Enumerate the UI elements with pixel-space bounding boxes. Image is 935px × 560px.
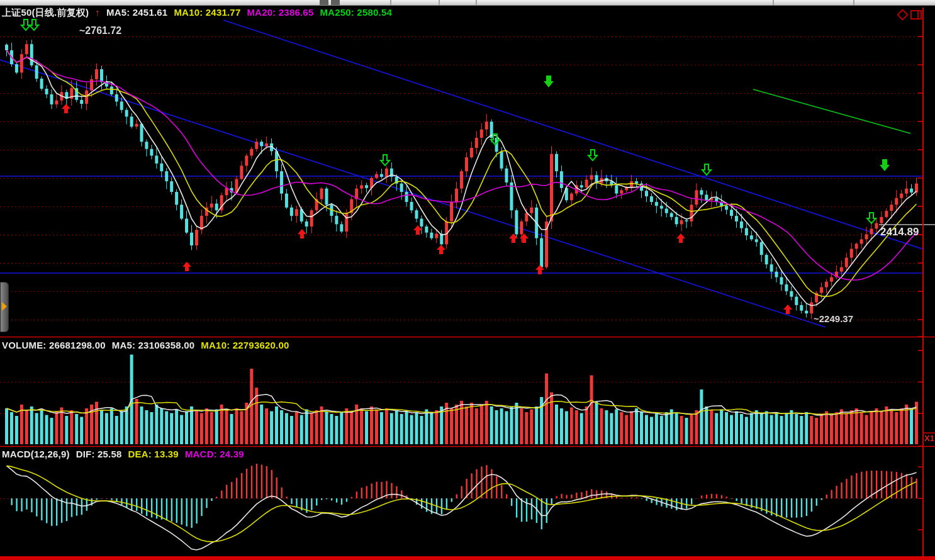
macd-value: MACD: 24.39 — [185, 449, 244, 459]
split-pane-icon[interactable] — [910, 10, 922, 20]
toolbar-segment — [331, 0, 340, 5]
stock-chart-canvas[interactable] — [0, 0, 935, 560]
top-toolbar[interactable] — [0, 0, 935, 6]
ma10-value: MA10: 2431.77 — [174, 7, 240, 19]
volume-ma10-value: MA10: 22793620.00 — [201, 340, 289, 350]
ma20-value: MA20: 2386.65 — [247, 7, 313, 19]
macd-params: MACD(12,26,9) — [2, 449, 70, 459]
split-pane-divider — [917, 11, 919, 18]
volume-header: VOLUME: 26681298.00 MA5: 23106358.00 MA1… — [2, 340, 289, 350]
volume-value: VOLUME: 26681298.00 — [2, 340, 106, 350]
last-price-label: 2414.89 — [880, 226, 919, 238]
up-arrow-icon: ↑ — [95, 7, 100, 19]
expand-arrow-icon — [2, 302, 7, 311]
trading-app-window: 上证50(日线.前复权) ↑ MA5: 2451.61 MA10: 2431.7… — [0, 0, 935, 560]
symbol-title: 上证50(日线.前复权) — [2, 7, 89, 19]
toolbar-separator — [439, 0, 440, 5]
main-chart-header: 上证50(日线.前复权) ↑ MA5: 2451.61 MA10: 2431.7… — [2, 7, 392, 19]
ma250-value: MA250: 2580.54 — [320, 7, 392, 19]
dif-value: DIF: 25.58 — [76, 449, 122, 459]
axis-corner-label: X1 — [924, 434, 934, 443]
toolbar-separator — [476, 0, 477, 5]
toolbar-separator — [773, 0, 774, 5]
toolbar-separator — [390, 0, 391, 5]
toolbar-separator — [853, 0, 854, 5]
period-low-label: ~2249.37 — [814, 313, 853, 324]
macd-header: MACD(12,26,9) DIF: 25.58 DEA: 13.39 MACD… — [2, 449, 244, 459]
period-high-label: ~2761.72 — [79, 25, 121, 36]
ma5-value: MA5: 2451.61 — [106, 7, 167, 19]
sidebar-expand-handle[interactable] — [0, 282, 9, 332]
dea-value: DEA: 13.39 — [128, 449, 179, 459]
toolbar-segment — [320, 0, 328, 5]
volume-ma5-value: MA5: 23106358.00 — [112, 340, 195, 350]
